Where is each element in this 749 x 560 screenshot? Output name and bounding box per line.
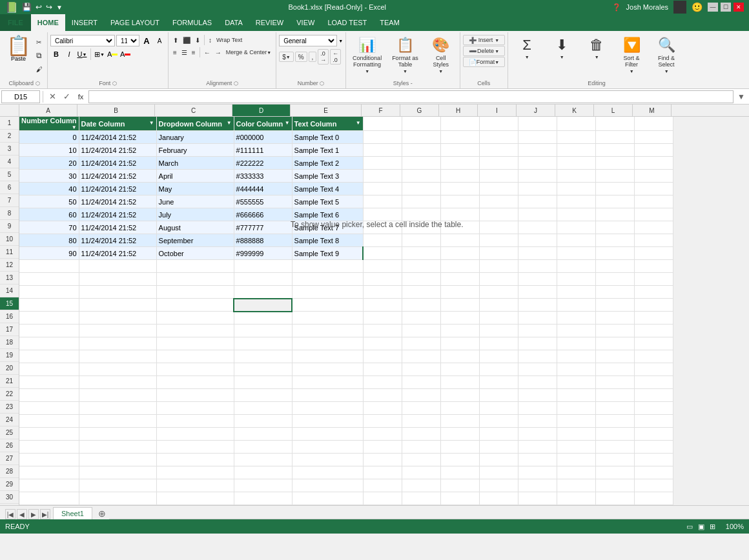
cell-H8[interactable] bbox=[440, 208, 479, 221]
font-color-button[interactable]: A bbox=[119, 48, 131, 60]
cell-styles-button[interactable]: 🎨 CellStyles ▼ bbox=[425, 35, 457, 75]
tab-insert[interactable]: INSERT bbox=[65, 14, 104, 31]
cell-F10[interactable] bbox=[363, 234, 402, 247]
cell-L3[interactable] bbox=[595, 144, 634, 157]
cell-B6[interactable]: 11/24/2014 21:52 bbox=[79, 183, 156, 195]
cell-L9[interactable] bbox=[595, 221, 634, 234]
cell-A17[interactable] bbox=[19, 325, 79, 337]
cell-I2[interactable] bbox=[479, 131, 518, 144]
cell-B13[interactable] bbox=[79, 273, 156, 286]
align-right-button[interactable]: ≡ bbox=[190, 47, 198, 57]
cell-I8[interactable] bbox=[479, 208, 518, 221]
cell-A10[interactable]: 80 bbox=[19, 234, 79, 247]
cell-L15[interactable] bbox=[595, 299, 634, 312]
cell-A29[interactable] bbox=[19, 479, 79, 492]
cell-A8[interactable]: 60 bbox=[19, 208, 79, 221]
cell-G11[interactable] bbox=[402, 247, 440, 260]
sheet-nav-first[interactable]: |◀ bbox=[5, 509, 15, 519]
col-header-L[interactable]: L bbox=[594, 105, 633, 116]
cell-J10[interactable] bbox=[518, 234, 557, 247]
sheet-nav-next[interactable]: ▶ bbox=[28, 509, 39, 519]
cell-G13[interactable] bbox=[402, 273, 440, 286]
cell-C11[interactable]: October bbox=[156, 247, 234, 260]
cell-A18[interactable] bbox=[19, 337, 79, 350]
row-header-1[interactable]: 1 bbox=[0, 117, 19, 130]
sort-filter-button[interactable]: 🔽 Sort &Filter ▼ bbox=[615, 35, 648, 75]
insert-function-button[interactable]: fx bbox=[74, 90, 87, 103]
cell-K12[interactable] bbox=[557, 260, 595, 273]
cell-A24[interactable] bbox=[19, 415, 79, 428]
cell-G15[interactable] bbox=[402, 299, 440, 312]
cell-F8[interactable] bbox=[363, 208, 402, 221]
row-header-24[interactable]: 24 bbox=[0, 414, 19, 426]
col-header-H[interactable]: H bbox=[439, 105, 478, 116]
cell-C13[interactable] bbox=[156, 273, 234, 286]
cell-K6[interactable] bbox=[557, 183, 595, 195]
cell-C8[interactable]: July bbox=[156, 208, 234, 221]
row-header-20[interactable]: 20 bbox=[0, 362, 19, 375]
cell-F2[interactable] bbox=[363, 131, 402, 144]
italic-button[interactable]: I bbox=[63, 48, 75, 60]
cell-K8[interactable] bbox=[557, 208, 595, 221]
cell-G8[interactable] bbox=[402, 208, 440, 221]
fill-color-button[interactable]: A bbox=[107, 48, 118, 60]
cell-C6[interactable]: May bbox=[156, 183, 234, 195]
quick-access-more[interactable]: ▼ bbox=[56, 4, 63, 11]
cell-C4[interactable]: March bbox=[156, 157, 234, 170]
cell-C12[interactable] bbox=[156, 260, 234, 273]
cell-D9[interactable]: #777777 bbox=[234, 221, 292, 234]
cell-G12[interactable] bbox=[402, 260, 440, 273]
formula-input[interactable] bbox=[88, 90, 734, 103]
conditional-formatting-button[interactable]: 📊 ConditionalFormatting ▼ bbox=[349, 35, 385, 75]
cell-J2[interactable] bbox=[518, 131, 557, 144]
cell-D5[interactable]: #333333 bbox=[234, 170, 292, 183]
cell-M5[interactable] bbox=[634, 170, 673, 183]
cell-J14[interactable] bbox=[518, 286, 557, 299]
cell-D3[interactable]: #111111 bbox=[234, 144, 292, 157]
cell-E3[interactable]: Sample Text 1 bbox=[292, 144, 363, 157]
row-header-9[interactable]: 9 bbox=[0, 220, 19, 233]
find-select-button[interactable]: 🔍 Find &Select ▼ bbox=[650, 35, 682, 75]
cell-H11[interactable] bbox=[440, 247, 479, 260]
tab-home[interactable]: HOME bbox=[31, 14, 65, 31]
row-header-7[interactable]: 7 bbox=[0, 194, 19, 207]
cell-H13[interactable] bbox=[440, 273, 479, 286]
cell-A21[interactable] bbox=[19, 376, 79, 389]
cell-D15[interactable] bbox=[234, 299, 292, 312]
cell-E16[interactable] bbox=[292, 312, 363, 325]
row-header-17[interactable]: 17 bbox=[0, 323, 19, 336]
cell-K9[interactable] bbox=[557, 221, 595, 234]
delete-button[interactable]: ➖ Delete ▼ bbox=[463, 46, 505, 56]
cell-H9[interactable] bbox=[440, 221, 479, 234]
tab-review[interactable]: REVIEW bbox=[249, 14, 290, 31]
cell-H12[interactable] bbox=[440, 260, 479, 273]
row-header-26[interactable]: 26 bbox=[0, 439, 19, 452]
cell-E5[interactable]: Sample Text 3 bbox=[292, 170, 363, 183]
formula-expand-button[interactable]: ▼ bbox=[735, 90, 748, 103]
cell-D8[interactable]: #666666 bbox=[234, 208, 292, 221]
confirm-formula-button[interactable]: ✓ bbox=[60, 90, 73, 103]
decrease-decimal-button[interactable]: ←.0 bbox=[330, 49, 341, 65]
col-header-F[interactable]: F bbox=[362, 105, 400, 116]
row-header-16[interactable]: 16 bbox=[0, 310, 19, 323]
cell-B15[interactable] bbox=[79, 299, 156, 312]
format-as-table-button[interactable]: 📋 Format asTable ▼ bbox=[388, 35, 422, 75]
cell-H6[interactable] bbox=[440, 183, 479, 195]
cell-I1[interactable] bbox=[479, 117, 518, 131]
cell-K1[interactable] bbox=[557, 117, 595, 131]
cell-I15[interactable] bbox=[479, 299, 518, 312]
cell-F6[interactable] bbox=[363, 183, 402, 195]
cell-G6[interactable] bbox=[402, 183, 440, 195]
cell-L6[interactable] bbox=[595, 183, 634, 195]
cell-I11[interactable] bbox=[479, 247, 518, 260]
tab-load-test[interactable]: LOAD TEST bbox=[321, 14, 373, 31]
cell-F5[interactable] bbox=[363, 170, 402, 183]
cell-C7[interactable]: June bbox=[156, 195, 234, 208]
currency-button[interactable]: $▼ bbox=[279, 52, 294, 62]
sheet-nav-last[interactable]: ▶| bbox=[40, 509, 50, 519]
align-bottom-button[interactable]: ⬇ bbox=[193, 35, 202, 45]
underline-button[interactable]: U▼ bbox=[76, 48, 88, 60]
cell-J4[interactable] bbox=[518, 157, 557, 170]
help-icon[interactable]: ❓ bbox=[612, 3, 621, 12]
insert-button[interactable]: ➕ Insert ▼ bbox=[463, 35, 505, 45]
